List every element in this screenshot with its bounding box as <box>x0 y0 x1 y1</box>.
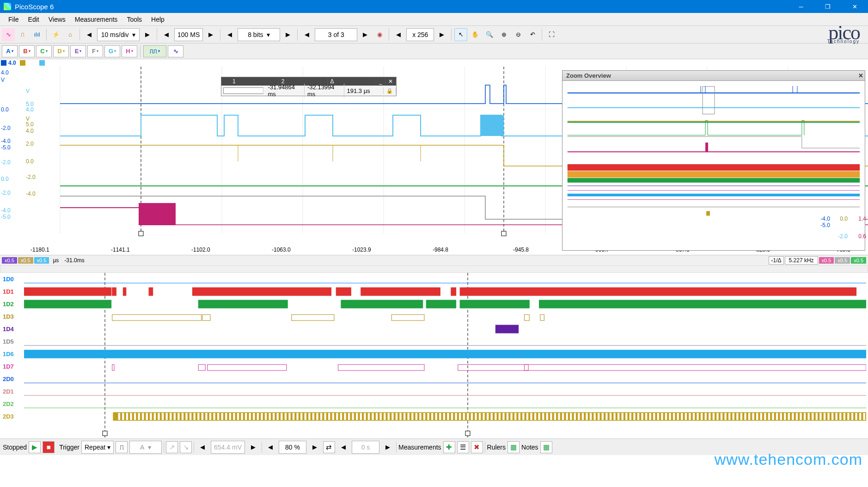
status-rulers-label: Rulers <box>487 444 506 451</box>
svg-rect-269 <box>863 413 865 420</box>
cursor-icon[interactable]: ↖ <box>454 28 467 41</box>
channel-a-button[interactable]: A▾ <box>2 45 18 57</box>
menu-help[interactable]: Help <box>147 14 169 25</box>
svg-rect-133 <box>324 413 326 420</box>
digital-label: 1D2 <box>0 301 24 308</box>
channel-d-button[interactable]: D▾ <box>53 45 69 57</box>
samples-combo[interactable]: 100 MS <box>174 28 203 41</box>
delay-value[interactable]: 0 s <box>352 441 379 454</box>
buffer-prev-button[interactable]: ◀ <box>300 28 313 41</box>
scope-mode-icon[interactable]: ∿ <box>2 28 15 41</box>
trigger-rising-icon[interactable]: ↗ <box>166 441 178 453</box>
trigger-source-combo[interactable]: A ▾ <box>129 441 162 454</box>
svg-rect-217 <box>657 413 659 420</box>
ruler-lock-icon[interactable]: 🔒 <box>384 88 396 94</box>
delay-prev[interactable]: ◀ <box>337 441 350 454</box>
channel-c-button[interactable]: C▾ <box>36 45 52 57</box>
home-icon[interactable]: ⌂ <box>64 28 77 41</box>
svg-rect-240 <box>748 413 750 420</box>
zoom-full-icon[interactable]: ⛶ <box>545 28 558 41</box>
zoom-in-button[interactable]: ▶ <box>435 28 448 41</box>
add-measurement-icon[interactable]: ✚ <box>443 441 455 453</box>
samples-next-button[interactable]: ▶ <box>204 28 217 41</box>
bits-combo[interactable]: 8 bits ▾ <box>238 28 280 41</box>
digital-channels-button[interactable]: ⎍⎍▾ <box>143 45 166 57</box>
buffer-combo[interactable]: 3 of 3 <box>315 28 357 41</box>
persistence-mode-icon[interactable]: ⎍ <box>16 28 29 41</box>
posttrigger-next[interactable]: ▶ <box>308 441 321 454</box>
ylabel-right: 0.6 <box>858 233 866 240</box>
waveform-view[interactable]: 4.0V0.0-2.0-4.0-5.0-2.00.0-2.0-4.0-5.0 V… <box>0 67 868 255</box>
edit-measurement-icon[interactable]: ☰ <box>457 441 469 453</box>
bits-prev-button[interactable]: ◀ <box>223 28 236 41</box>
status-trigger-label: Trigger <box>59 444 79 451</box>
menu-views[interactable]: Views <box>44 14 70 25</box>
posttrigger-prev[interactable]: ◀ <box>264 441 277 454</box>
buffer-nav-icon[interactable]: ◉ <box>373 28 386 41</box>
svg-rect-256 <box>812 413 813 420</box>
stop-button[interactable]: ■ <box>43 441 55 453</box>
ylabel: V <box>26 88 30 94</box>
channel-g-button[interactable]: G▾ <box>104 45 120 57</box>
posttrigger-value[interactable]: 80 % <box>279 441 306 454</box>
menu-measurements[interactable]: Measurements <box>70 14 122 25</box>
buffer-next-button[interactable]: ▶ <box>359 28 372 41</box>
pretrigger-value[interactable]: 654.4 mV <box>211 441 245 454</box>
svg-rect-123 <box>285 413 287 420</box>
math-channel-button[interactable]: ∿ <box>168 45 183 57</box>
minimize-button[interactable]: ─ <box>788 0 814 13</box>
horizontal-scrollbar[interactable] <box>0 265 868 273</box>
channel-h-button[interactable]: H▾ <box>122 45 137 57</box>
svg-rect-156 <box>416 413 417 420</box>
channel-e-button[interactable]: E▾ <box>70 45 86 57</box>
run-button[interactable]: ▶ <box>29 441 41 453</box>
timebase-next-button[interactable]: ▶ <box>141 28 154 41</box>
svg-rect-216 <box>653 413 655 420</box>
rulers-toggle-icon[interactable]: ▦ <box>507 441 520 453</box>
hand-icon[interactable]: ✋ <box>469 28 482 41</box>
close-button[interactable]: ✕ <box>841 0 868 13</box>
menu-tools[interactable]: Tools <box>122 14 147 25</box>
spectrum-mode-icon[interactable]: ılıl <box>31 28 43 41</box>
trigger-mode-combo[interactable]: Repeat ▾ <box>81 441 114 454</box>
svg-rect-143 <box>364 413 366 420</box>
menu-file[interactable]: File <box>4 14 24 25</box>
rulers-min-icon[interactable]: _ <box>376 78 385 85</box>
svg-rect-160 <box>431 413 433 420</box>
menu-edit[interactable]: Edit <box>24 14 44 25</box>
rulers-window[interactable]: 1 2 Δ _ ✕ -31.94864 ms -32.13994 ms 191.… <box>221 77 397 96</box>
trigger-falling-icon[interactable]: ↘ <box>180 441 192 453</box>
pretrigger-next[interactable]: ▶ <box>247 441 260 454</box>
timebase-combo[interactable]: 10 ms/div ▾ <box>97 28 140 41</box>
rulers-close-icon[interactable]: ✕ <box>385 78 396 85</box>
channel-f-button[interactable]: F▾ <box>87 45 103 57</box>
zoom-in-icon[interactable]: ⊕ <box>497 28 510 41</box>
channel-b-button[interactable]: B▾ <box>19 45 35 57</box>
svg-rect-241 <box>752 413 754 420</box>
timebase-prev-button[interactable]: ◀ <box>83 28 96 41</box>
trigger-tool-icon[interactable]: ⇄ <box>323 441 335 453</box>
digital-trace <box>24 410 866 423</box>
zoom-out-button[interactable]: ◀ <box>392 28 405 41</box>
zoom-out-icon[interactable]: ⊖ <box>512 28 525 41</box>
svg-rect-251 <box>792 413 794 420</box>
svg-rect-112 <box>241 413 243 420</box>
samples-prev-button[interactable]: ◀ <box>160 28 173 41</box>
bits-next-button[interactable]: ▶ <box>281 28 294 41</box>
svg-rect-179 <box>507 413 508 420</box>
digital-label: 1D6 <box>0 351 24 358</box>
digital-channels-view[interactable]: 1D01D11D21D31D41D51D61D72D02D12D22D3 <box>0 273 868 438</box>
digital-trace <box>24 273 866 285</box>
zoom-rect-icon[interactable]: 🔍 <box>483 28 496 41</box>
trigger-edge-icon[interactable]: ⎍ <box>116 441 128 453</box>
svg-rect-183 <box>522 413 524 420</box>
zoom-combo[interactable]: x 256 <box>406 28 434 41</box>
notes-toggle-icon[interactable]: ▦ <box>540 441 552 453</box>
undo-zoom-icon[interactable]: ↶ <box>526 28 539 41</box>
maximize-button[interactable]: ❐ <box>814 0 841 13</box>
delete-measurement-icon[interactable]: ✖ <box>471 441 483 453</box>
delay-next[interactable]: ▶ <box>381 441 394 454</box>
signal-gen-icon[interactable]: ⚡ <box>49 28 62 41</box>
pretrigger-prev[interactable]: ◀ <box>196 441 209 454</box>
svg-rect-150 <box>391 413 393 420</box>
